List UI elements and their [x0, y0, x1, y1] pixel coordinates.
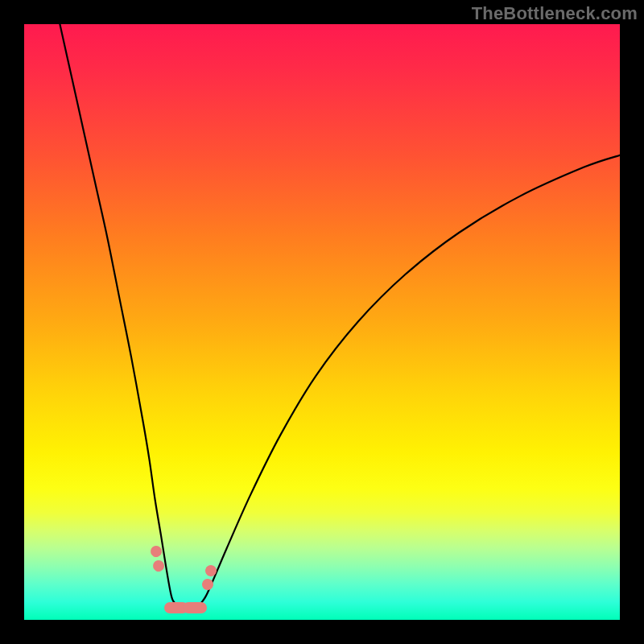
outer-frame: TheBottleneck.com — [0, 0, 644, 644]
plot-area — [24, 24, 620, 620]
data-marker — [183, 602, 207, 613]
watermark-text: TheBottleneck.com — [472, 3, 638, 24]
bottleneck-curve — [24, 24, 620, 620]
